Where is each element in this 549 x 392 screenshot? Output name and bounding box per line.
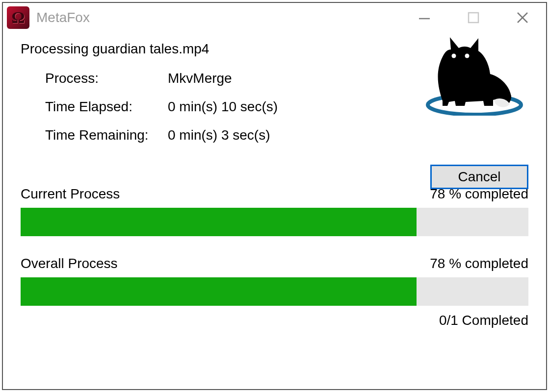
remaining-label: Time Remaining: <box>45 128 168 142</box>
overall-count-text: 0/1 Completed <box>21 313 528 328</box>
remaining-row: Time Remaining: 0 min(s) 3 sec(s) <box>45 128 528 142</box>
content-area: Processing guardian tales.mp4 Process: M… <box>3 32 546 328</box>
elapsed-value: 0 min(s) 10 sec(s) <box>168 100 278 114</box>
current-progress-fill <box>21 208 417 236</box>
remaining-value: 0 min(s) 3 sec(s) <box>168 128 270 142</box>
app-icon <box>7 6 29 29</box>
cancel-button[interactable]: Cancel <box>430 165 528 189</box>
minimize-button[interactable] <box>415 8 434 27</box>
window-controls <box>415 8 542 27</box>
svg-point-6 <box>465 54 470 58</box>
overall-progress-fill <box>21 277 417 306</box>
overall-process-section: Overall Process 78 % completed 0/1 Compl… <box>21 256 528 328</box>
overall-progress-bar <box>21 277 528 306</box>
svg-point-5 <box>452 54 456 58</box>
elapsed-label: Time Elapsed: <box>45 100 168 114</box>
process-label: Process: <box>45 72 168 85</box>
current-progress-bar <box>21 208 528 236</box>
current-process-title: Current Process <box>21 186 120 202</box>
svg-rect-1 <box>469 13 478 23</box>
current-process-section: Current Process 78 % completed <box>21 186 528 236</box>
window-title: MetaFox <box>36 10 90 25</box>
fox-logo <box>420 27 528 116</box>
overall-process-percent-text: 78 % completed <box>430 256 528 271</box>
maximize-button[interactable] <box>464 8 483 27</box>
app-window: MetaFox Processing guardian tales.mp4 Pr… <box>2 2 547 390</box>
process-value: MkvMerge <box>168 72 232 85</box>
overall-process-title: Overall Process <box>21 256 118 271</box>
close-button[interactable] <box>513 8 532 27</box>
